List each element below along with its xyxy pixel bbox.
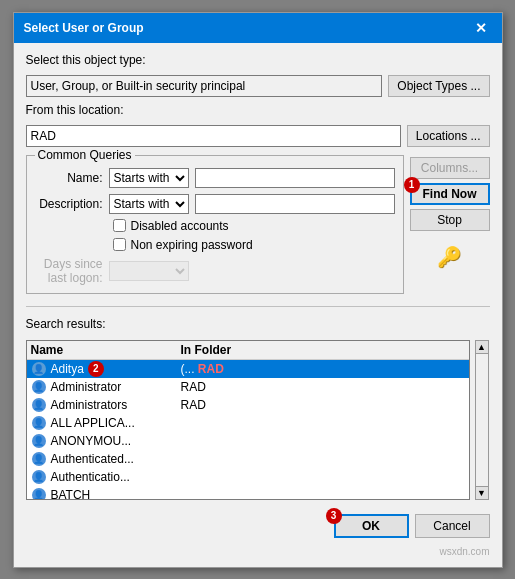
title-bar: Select User or Group ✕ [14, 13, 502, 43]
location-label: From this location: [26, 103, 490, 117]
disabled-accounts-checkbox[interactable] [113, 219, 126, 232]
select-user-dialog: Select User or Group ✕ Select this objec… [13, 12, 503, 568]
user-icon: 👤 [31, 433, 47, 449]
result-name: Authenticated... [51, 452, 134, 466]
table-row[interactable]: 👤AdministratorRAD [27, 378, 469, 396]
cancel-button[interactable]: Cancel [415, 514, 490, 538]
results-rows: 👤Aditya2(... RAD👤AdministratorRAD👤Admini… [27, 360, 469, 500]
result-name: Authenticatio... [51, 470, 130, 484]
table-row[interactable]: 👤Authenticated... [27, 450, 469, 468]
table-row[interactable]: 👤BATCH [27, 486, 469, 500]
user-icon: 👤 [31, 487, 47, 500]
user-icon: 👤 [31, 451, 47, 467]
dialog-title: Select User or Group [24, 21, 144, 35]
ok-button[interactable]: OK [334, 514, 409, 538]
col-name-header: Name [31, 343, 181, 357]
locations-button[interactable]: Locations ... [407, 125, 490, 147]
object-type-row: Object Types ... [26, 75, 490, 97]
result-name: Administrators [51, 398, 128, 412]
user-icon: 👤 [31, 361, 47, 377]
separator [26, 306, 490, 307]
scrollbar-area: ▲ ▼ [474, 340, 490, 500]
result-name: Aditya [51, 362, 84, 376]
table-row[interactable]: 👤ALL APPLICA... [27, 414, 469, 432]
days-label: Days since last logon: [35, 257, 103, 285]
dialog-body: Select this object type: Object Types ..… [14, 43, 502, 567]
non-expiring-row: Non expiring password [113, 238, 395, 252]
location-row: Locations ... [26, 125, 490, 147]
result-name-cell: 👤Administrators [31, 397, 181, 413]
scroll-up-button[interactable]: ▲ [475, 340, 489, 354]
result-name-cell: 👤Authenticated... [31, 451, 181, 467]
non-expiring-label: Non expiring password [131, 238, 253, 252]
name-filter-dropdown[interactable]: Starts with Is exactly [109, 168, 189, 188]
result-name-cell: 👤Aditya2 [31, 361, 181, 377]
ok-badge: 3 [326, 508, 342, 524]
name-input[interactable] [195, 168, 395, 188]
object-type-input[interactable] [26, 75, 383, 97]
close-button[interactable]: ✕ [470, 19, 492, 37]
name-filter-select[interactable]: Starts with Is exactly [110, 169, 188, 187]
result-name: Administrator [51, 380, 122, 394]
result-name-cell: 👤Administrator [31, 379, 181, 395]
result-name-cell: 👤Authenticatio... [31, 469, 181, 485]
find-now-button[interactable]: Find Now [410, 183, 490, 205]
result-name-cell: 👤ALL APPLICA... [31, 415, 181, 431]
name-row: Name: Starts with Is exactly [35, 168, 395, 188]
col-folder-header: In Folder [181, 343, 465, 357]
table-row[interactable]: 👤AdministratorsRAD [27, 396, 469, 414]
disabled-accounts-label: Disabled accounts [131, 219, 229, 233]
location-input[interactable] [26, 125, 401, 147]
description-filter-select[interactable]: Starts with Is exactly [110, 195, 188, 213]
user-icon: 👤 [31, 397, 47, 413]
non-expiring-checkbox[interactable] [113, 238, 126, 251]
scroll-track [475, 354, 489, 486]
user-icon: 👤 [31, 379, 47, 395]
user-icon: 👤 [31, 415, 47, 431]
stop-button[interactable]: Stop [410, 209, 490, 231]
result-folder-cell: RAD [181, 380, 465, 394]
watermark: wsxdn.com [26, 546, 490, 557]
queries-section: Common Queries Name: Starts with Is exac… [26, 153, 490, 294]
result-folder-cell: (... RAD [181, 362, 465, 376]
description-input[interactable] [195, 194, 395, 214]
disabled-accounts-row: Disabled accounts [113, 219, 395, 233]
scroll-down-button[interactable]: ▼ [475, 486, 489, 500]
result-name: ANONYMOU... [51, 434, 132, 448]
results-area: Name In Folder 👤Aditya2(... RAD👤Administ… [26, 340, 490, 500]
result-name-cell: 👤BATCH [31, 487, 181, 500]
table-row[interactable]: 👤Aditya2(... RAD [27, 360, 469, 378]
find-now-badge: 1 [404, 177, 420, 193]
columns-button[interactable]: Columns... [410, 157, 490, 179]
object-types-button[interactable]: Object Types ... [388, 75, 489, 97]
key-icon: 🔑 [437, 246, 462, 268]
result-folder-cell: RAD [181, 398, 465, 412]
common-queries-title: Common Queries [35, 148, 135, 162]
days-dropdown[interactable] [109, 261, 189, 281]
common-queries-box: Common Queries Name: Starts with Is exac… [26, 155, 404, 294]
results-header: Name In Folder [27, 341, 469, 360]
selected-row-badge: 2 [88, 361, 104, 377]
description-row: Description: Starts with Is exactly [35, 194, 395, 214]
name-label: Name: [35, 171, 103, 185]
table-row[interactable]: 👤ANONYMOU... [27, 432, 469, 450]
description-filter-dropdown[interactable]: Starts with Is exactly [109, 194, 189, 214]
days-row: Days since last logon: [35, 257, 395, 285]
result-name-cell: 👤ANONYMOU... [31, 433, 181, 449]
bottom-buttons: OK 3 Cancel [26, 514, 490, 538]
table-row[interactable]: 👤Authenticatio... [27, 468, 469, 486]
right-buttons: Columns... Find Now 1 Stop 🔑 [410, 153, 490, 294]
result-name: ALL APPLICA... [51, 416, 135, 430]
description-label: Description: [35, 197, 103, 211]
object-type-label: Select this object type: [26, 53, 490, 67]
user-icon: 👤 [31, 469, 47, 485]
search-results-label: Search results: [26, 317, 490, 331]
result-name: BATCH [51, 488, 91, 500]
results-table[interactable]: Name In Folder 👤Aditya2(... RAD👤Administ… [26, 340, 470, 500]
